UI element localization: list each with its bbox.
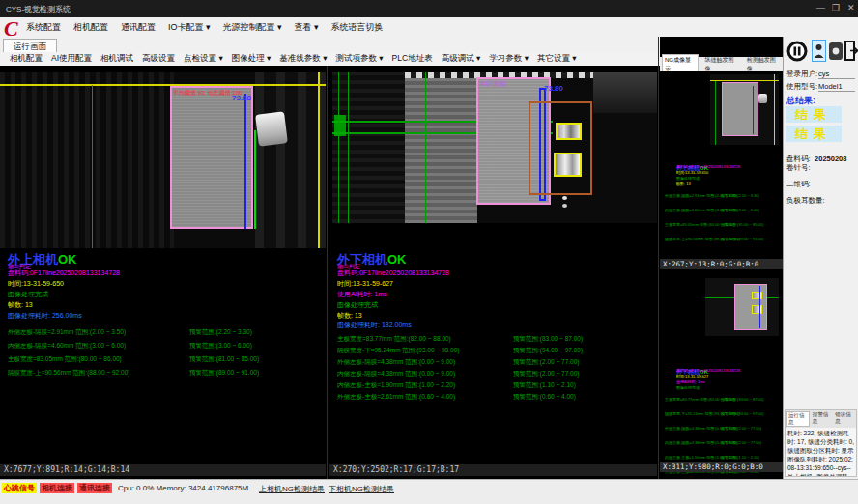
middle-ai-time: 使用AI耗时: 1ms [337,290,387,299]
yellow-reference-line [318,72,320,248]
mini-done: 图像处理完成 [676,385,700,390]
mini-thumb [710,74,779,145]
left-camera-image[interactable]: 平均阈值:93, 动态阈值:100 73.68 [0,72,326,248]
middle-barcode: 盘料码:0F17line20250208133134728 [337,268,449,278]
login-user-button[interactable] [812,40,826,62]
tool-learn-params[interactable]: 学习参数 ▾ [489,53,529,65]
tool-camera-debug[interactable]: 相机调试 [100,53,133,65]
measure-row: 内侧左极-隔膜=4.60mm 范围:(3.00 ~ 6.00)预警范围:(3.0… [8,342,317,351]
row-warn: 预警范围:(83.00 ~ 87.00) [513,335,583,344]
tool-ai-config[interactable]: AI使用配置 [51,53,92,65]
mini-camera-view-1[interactable]: 外上相机OK 盘料码:0F17line20250208133134728 时间:… [660,71,783,259]
maximize-button[interactable]: ❐ [832,3,840,13]
tool-other-settings[interactable]: 其它设置 ▾ [537,53,577,65]
row-text: 主极宽度=83.05mm 范围:(80.00 ~ 86.00) [8,355,122,362]
menu-comm-config[interactable]: 通讯配置 [120,19,157,36]
menu-language-switch[interactable]: 系统语言切换 [330,19,385,36]
model-value[interactable]: Model1 [818,82,855,92]
middle-camera-image[interactable]: AI识别框 73.80 [332,72,657,223]
row-text: 外侧左极-隔膜=2.91mm 范围:(2.00 ~ 3.50) [8,328,126,335]
bottom-camera-ng-link[interactable]: 下相机NG检测结果 [329,484,394,494]
top-camera-ng-link[interactable]: 上相机NG检测结果 [259,484,325,494]
menu-io-config[interactable]: IO卡配置 ▾ [167,19,212,36]
tab-error-info[interactable]: 错误信息 [834,411,855,427]
camera-button[interactable] [829,42,843,60]
mini-row: 主极宽度=83.05mm 范围:(80.00 ~ 86.00)预警范围:(81.… [665,222,781,229]
needle-number-label: 卷针号: [786,163,811,173]
tab-count-label: 负极耳数量: [786,196,825,206]
middle-frame-count: 帧数: 13 [337,311,362,321]
row-warn: 预警范围:(1.10 ~ 2.10) [513,381,576,390]
menu-view[interactable]: 查看 ▾ [294,19,320,36]
left-time: 时间:13-31-59-650 [8,279,64,289]
measure-row: 主极宽度=83.77mm 范围:(82.00 ~ 88.00)预警范围:(83.… [337,335,656,345]
row-warn: 预警范围:(2.00 ~ 77.00) [513,370,579,378]
ai-roi-label: AI识别框 [480,79,507,89]
result-box-2: 结果 [786,126,842,142]
machine-dot [562,204,567,208]
tool-test-params[interactable]: 测试项参数 ▾ [335,53,383,65]
row-text: 隔膜宽度-下=95.24mm 范围:(93.00 ~ 98.00) [337,347,459,353]
row-warn: 预警范围:(2.20 ~ 3.30) [189,328,252,337]
mini1-pixel-coords: X:267;Y:13;R:0;G:0;B:0 [660,259,783,269]
exit-button[interactable] [844,40,858,62]
middle-time: 时间:13-31-59-627 [337,279,393,289]
menu-camera-config[interactable]: 相机配置 [72,19,109,36]
row-warn: 预警范围:(3.00 ~ 6.00) [189,342,252,350]
green-reference-line [425,72,426,223]
minimize-button[interactable]: — [816,3,825,13]
exit-door-icon [844,40,858,62]
brown-detect-rect [529,101,592,195]
tool-baseline-params[interactable]: 基准线参数 ▾ [279,53,327,65]
login-user-value[interactable]: cys [818,70,855,79]
left-done-text: 图像处理完成 [8,290,48,299]
mini2-pixel-coords: X:311;Y:980;R:0;G:0;B:0 [660,462,783,472]
close-button[interactable]: ✕ [847,3,855,13]
left-frame-count: 帧数: 13 [8,300,33,310]
row-text: 内侧左极-主极=1.90mm 范围:(1.00 ~ 2.20) [337,381,455,388]
status-bar: 心跳信号 相机连接 通讯连接 Cpu: 0.0% Memory: 3424.41… [0,479,858,504]
machine-background [332,72,405,223]
machine-background [0,72,174,248]
camera-icon [829,42,843,60]
model-label: 使用型号: [786,82,817,92]
tab-object [758,94,767,103]
tool-spot-check[interactable]: 点检设置 ▾ [184,53,223,65]
menu-bar: 系统配置 相机配置 通讯配置 IO卡配置 ▾ 光源控制配置 ▾ 查看 ▾ 系统语… [0,17,858,38]
middle-pixel-coords: X:270;Y:2502;R:17;G:17;B:17 [329,464,657,476]
mini-row: 隔膜宽度-下=95.24mm 范围:(93.00 ~ 98.00)预警范围:(9… [665,411,781,418]
mini-time: 时间:13-31-59-627 [676,374,708,378]
menu-system-config[interactable]: 系统配置 [25,19,62,36]
measure-row: 外侧左极-主极=2.61mm 范围:(0.60 ~ 4.00)预警范围:(0.6… [337,393,656,403]
tab-alarm-info[interactable]: 报警信息 [812,411,833,427]
mini-camera-view-2[interactable]: 外下相机OK 盘料码:0F17line20250208133134728 时间:… [660,275,783,462]
row-text: 内侧左极-隔膜=4.38mm 范围:(0.00 ~ 9.00) [337,370,455,377]
tool-advanced-debug[interactable]: 高级调试 ▾ [442,53,481,65]
row-text: 隔膜宽度-上=90.56mm 范围:(88.00 ~ 92.00) [8,369,129,376]
row-warn: 预警范围:(83.00 ~ 87.00) [721,397,763,402]
row-text: 内侧左极-隔膜=4.60mm 范围:(3.00 ~ 6.00) [8,342,126,349]
green-reference-line [92,85,93,248]
menu-light-config[interactable]: 光源控制配置 ▾ [222,19,283,36]
tool-camera-config[interactable]: 相机配置 [10,53,43,65]
measure-row: 内侧左极-隔膜=4.38mm 范围:(0.00 ~ 9.00)预警范围:(2.0… [337,370,656,379]
row-warn: 预警范围:(1.10 ~ 2.10) [721,455,759,460]
pause-button[interactable] [786,41,808,62]
left-barcode: 盘料码:0F17line20250208133134728 [8,268,120,278]
left-result-ok: OK [58,252,77,266]
tab-detect-box [554,153,582,177]
mini-tab-bar: NG成像显示 纵缝触发图像 检测触发图像 [660,57,783,71]
tool-plc-address[interactable]: PLC地址表 [392,53,433,65]
tool-advanced-settings[interactable]: 高级设置 [142,53,175,65]
mini-row: 内侧左极-隔膜=4.60mm 范围:(3.00 ~ 6.00)预警范围:(3.0… [665,208,781,214]
result-box-1: 结果 [786,106,842,123]
middle-elapsed: 图像处理耗时: 182.00ms [337,321,412,330]
row-text: 外侧左极-主极=2.61mm 范围:(0.60 ~ 4.00) [337,393,455,400]
row-warn: 预警范围:(2.00 ~ 77.00) [721,426,761,431]
tool-image-processing[interactable]: 图像处理 ▾ [232,53,272,65]
tab-run-info[interactable]: 运行信息 [786,411,810,427]
mini-row: 主极宽度=83.77mm 范围:(82.00 ~ 88.00)预警范围:(83.… [665,397,781,404]
blue-measure-line [244,94,246,229]
green-marker-block [334,115,346,136]
blue-measure-line [759,286,760,328]
